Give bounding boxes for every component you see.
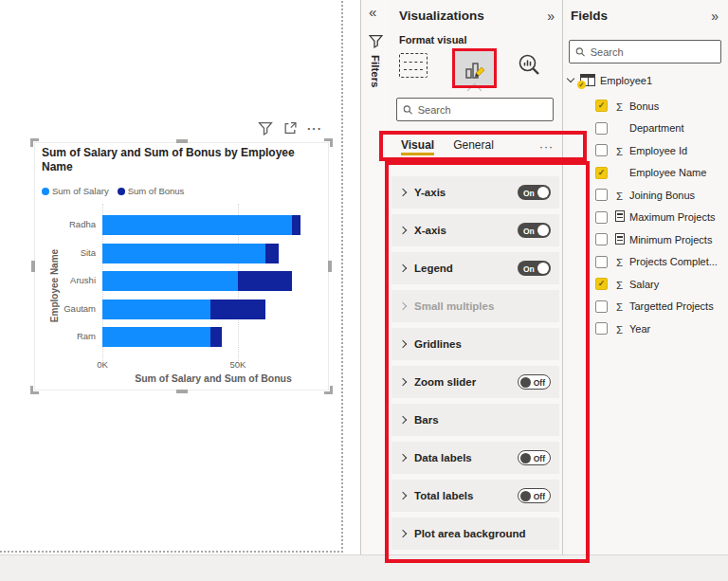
selection-handle[interactable] xyxy=(324,138,333,147)
field-item-salary[interactable]: ✓ΣSalary xyxy=(563,273,728,296)
bar-segment[interactable] xyxy=(102,215,292,235)
field-item-department[interactable]: Department xyxy=(563,118,728,140)
bar-segment[interactable] xyxy=(210,327,221,347)
fields-search-box[interactable] xyxy=(569,40,721,64)
format-section-y-axis[interactable]: Y-axisOn xyxy=(391,176,559,209)
chevron-right-icon xyxy=(399,340,407,348)
checkbox-unchecked[interactable] xyxy=(595,211,608,224)
fields-search-input[interactable] xyxy=(591,46,715,58)
selection-handle[interactable] xyxy=(30,138,39,147)
field-item-year[interactable]: ΣYear xyxy=(563,318,728,340)
sigma-icon: Σ xyxy=(612,276,627,293)
field-label: Projects Complet... xyxy=(629,256,718,267)
field-item-employee-name[interactable]: ✓Employee Name xyxy=(563,162,728,185)
bar-segment[interactable] xyxy=(102,327,210,347)
field-item-maximum-projects[interactable]: Maximum Projects xyxy=(563,207,728,229)
checkbox-unchecked[interactable] xyxy=(595,122,608,135)
format-section-bars[interactable]: Bars xyxy=(391,404,559,436)
fields-list: ✓ΣBonusDepartmentΣEmployee Id✓Employee N… xyxy=(563,95,728,340)
collapse-pane-icon[interactable]: » xyxy=(711,9,719,24)
search-icon xyxy=(575,46,586,58)
x-axis-title: Sum of Salary and Sum of Bonus xyxy=(102,372,324,384)
format-section-legend[interactable]: LegendOn xyxy=(391,252,559,284)
tab-general[interactable]: General xyxy=(453,138,494,155)
checkbox-unchecked[interactable] xyxy=(595,144,608,156)
checkbox-checked[interactable]: ✓ xyxy=(595,167,608,179)
legend-color-dot xyxy=(42,188,49,195)
format-section-small-multiples[interactable]: Small multiples xyxy=(391,290,559,322)
selection-handle[interactable] xyxy=(176,390,188,393)
build-visual-icon[interactable] xyxy=(399,53,428,78)
field-item-projects-complet-[interactable]: ΣProjects Complet... xyxy=(563,251,728,274)
format-search-input[interactable] xyxy=(418,104,547,116)
chevron-right-icon xyxy=(399,227,407,234)
fields-pane: Fields » ✓ Employee1 ✓ΣBonusDepartmentΣE… xyxy=(563,0,728,554)
selection-handle[interactable] xyxy=(30,386,39,394)
checkbox-unchecked[interactable] xyxy=(595,189,608,201)
section-label: Plot area background xyxy=(414,528,526,539)
toggle-off[interactable]: Off xyxy=(518,488,551,503)
field-item-joining-bonus[interactable]: ΣJoining Bonus xyxy=(563,184,728,207)
selection-handle[interactable] xyxy=(31,261,35,272)
bar-segment[interactable] xyxy=(292,215,300,235)
bar-segment[interactable] xyxy=(102,300,210,319)
tab-visual[interactable]: Visual xyxy=(401,138,434,155)
more-options-icon[interactable]: ··· xyxy=(307,124,322,134)
table-tree-item[interactable]: ✓ Employee1 xyxy=(566,74,652,86)
toggle-on[interactable]: On xyxy=(518,185,551,200)
field-item-employee-id[interactable]: ΣEmployee Id xyxy=(563,139,728,162)
field-label: Minimum Projects xyxy=(629,234,712,245)
bar-segment[interactable] xyxy=(102,244,265,263)
format-section-zoom-slider[interactable]: Zoom sliderOff xyxy=(391,366,559,398)
chevron-down-icon[interactable] xyxy=(567,75,574,82)
analytics-icon[interactable] xyxy=(518,53,542,78)
expand-pane-icon[interactable]: « xyxy=(369,4,376,20)
y-category-label: Sita xyxy=(41,247,96,258)
focus-mode-icon[interactable] xyxy=(282,121,298,136)
selection-handle[interactable] xyxy=(176,139,188,143)
calculator-icon xyxy=(612,209,627,226)
field-label: Employee Name xyxy=(629,167,706,178)
format-section-gridlines[interactable]: Gridlines xyxy=(391,328,559,360)
bar-segment[interactable] xyxy=(238,271,292,291)
filter-funnel-icon xyxy=(369,34,383,48)
section-label: Data labels xyxy=(414,452,472,463)
report-canvas[interactable]: ··· Sum of Salary and Sum of Bonus by Em… xyxy=(0,0,361,554)
field-item-bonus[interactable]: ✓ΣBonus xyxy=(563,95,728,118)
format-search-box[interactable] xyxy=(396,98,554,121)
filter-funnel-icon[interactable] xyxy=(258,121,273,136)
checkbox-unchecked[interactable] xyxy=(595,322,608,335)
toggle-off[interactable]: Off xyxy=(518,374,551,390)
chevron-right-icon xyxy=(399,378,407,386)
checkbox-unchecked[interactable] xyxy=(595,256,608,268)
toggle-off[interactable]: Off xyxy=(518,450,551,465)
stacked-bar-chart-visual[interactable]: Sum of Salary and Sum of Bonus by Employ… xyxy=(34,142,329,390)
checkbox-checked[interactable]: ✓ xyxy=(595,278,608,290)
tabs-more-options-icon[interactable]: ··· xyxy=(539,140,554,154)
selection-handle[interactable] xyxy=(324,386,333,394)
y-category-label: Radha xyxy=(41,219,96,229)
filters-pane-label[interactable]: Filters xyxy=(370,55,381,88)
format-section-plot-area-background[interactable]: Plot area background xyxy=(391,517,559,550)
checkbox-checked[interactable]: ✓ xyxy=(595,100,608,112)
field-label: Salary xyxy=(629,279,659,290)
checkbox-unchecked[interactable] xyxy=(595,300,608,313)
toggle-knob xyxy=(520,453,531,463)
format-section-x-axis[interactable]: X-axisOn xyxy=(391,214,559,246)
format-section-data-labels[interactable]: Data labelsOff xyxy=(391,442,559,474)
bar-segment[interactable] xyxy=(265,244,279,263)
toggle-on[interactable]: On xyxy=(518,261,551,276)
section-label: Bars xyxy=(414,414,439,426)
format-visual-icon[interactable] xyxy=(455,51,495,87)
checkbox-unchecked[interactable] xyxy=(595,233,608,245)
table-icon: ✓ xyxy=(580,74,595,86)
toggle-on[interactable]: On xyxy=(518,223,551,238)
collapse-pane-icon[interactable]: » xyxy=(547,9,555,24)
field-item-minimum-projects[interactable]: Minimum Projects xyxy=(563,228,728,251)
field-item-targetted-projects[interactable]: ΣTargetted Projects xyxy=(563,296,728,318)
bar-segment[interactable] xyxy=(102,271,238,291)
toggle-state-label: Off xyxy=(534,378,545,388)
selection-handle[interactable] xyxy=(328,261,332,272)
format-section-total-labels[interactable]: Total labelsOff xyxy=(391,480,559,512)
bar-segment[interactable] xyxy=(210,300,264,319)
